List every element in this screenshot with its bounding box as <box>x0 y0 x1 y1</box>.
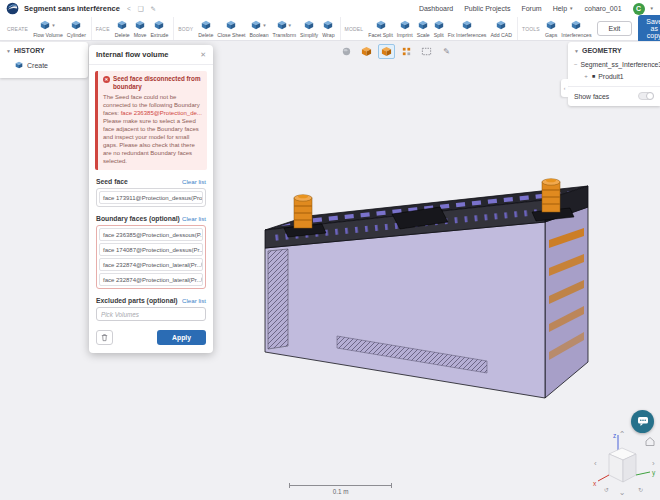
face-chip[interactable]: face 232874@Protection_lateral(Pr... ✕ <box>99 273 203 286</box>
remove-icon[interactable]: ✕ <box>201 261 203 268</box>
nav-help[interactable]: Help ▼ <box>553 5 574 12</box>
chevron-down-icon[interactable]: ▼ <box>6 48 11 54</box>
chevron-down-icon[interactable]: ▼ <box>574 48 579 54</box>
toolbar-button-face-move[interactable]: Move <box>132 20 149 38</box>
toolbar-button-close-sheet[interactable]: Close Sheet <box>215 20 247 38</box>
orientation-cube-widget[interactable]: ⌃ z y x ‹ › ⌄ ↺ ↻ <box>582 429 660 497</box>
edit-icon[interactable]: ✎ <box>151 5 156 13</box>
solid-body-icon: ■ <box>592 73 595 79</box>
toolbar-button-face-extrude[interactable]: Extrude <box>148 20 170 38</box>
expand-icon[interactable]: + <box>583 73 589 79</box>
rotate-right-icon[interactable]: › <box>652 459 655 468</box>
roll-cw-icon[interactable]: ↻ <box>638 487 643 493</box>
share-icon[interactable]: < <box>127 5 131 12</box>
error-face-link[interactable]: face 236385@Protection_de... <box>121 110 202 116</box>
toolbar-button-gaps[interactable]: Gaps <box>543 20 559 38</box>
rotate-up-icon[interactable]: ⌃ <box>619 430 626 439</box>
close-sheet-icon <box>226 20 236 30</box>
face-chip[interactable]: face 173911@Protection_dessus(Pro... ✕ <box>99 191 203 204</box>
box-select-button[interactable] <box>418 44 435 59</box>
cad-toolbar: CREATE ▼ Flow Volume Cylinder FACE Delet… <box>0 17 660 41</box>
boundary-faces-clear-link[interactable]: Clear list <box>182 215 206 222</box>
home-view-icon[interactable] <box>646 438 654 446</box>
toolbar-button-imprint[interactable]: Imprint <box>395 20 415 38</box>
toolbar-button-boolean[interactable]: ▼ Boolean <box>248 20 271 38</box>
face-chip[interactable]: face 174087@Protection_dessus(Pr... ✕ <box>99 243 203 256</box>
avatar[interactable]: C <box>633 3 645 15</box>
scale-icon <box>418 20 428 30</box>
toolbar-button-flow-volume[interactable]: ▼ Flow Volume <box>31 20 65 38</box>
internal-flow-volume-dialog: Internal flow volume ✕ ✕ Seed face disco… <box>89 45 213 353</box>
nav-public-projects[interactable]: Public Projects <box>464 5 510 12</box>
toolbar-button-add-cad[interactable]: Add CAD <box>488 20 514 38</box>
z-axis-label: z <box>613 432 616 439</box>
rotate-down-icon[interactable]: ⌄ <box>619 488 626 497</box>
add-cad-icon <box>496 20 506 30</box>
face-select-button[interactable] <box>378 44 395 59</box>
box-select-icon <box>421 46 432 57</box>
toolbar-button-cylinder[interactable]: Cylinder <box>65 20 88 38</box>
nav-dashboard[interactable]: Dashboard <box>419 5 453 12</box>
toolbar-button-simplify[interactable]: Simplify <box>298 20 320 38</box>
seed-face-clear-link[interactable]: Clear list <box>182 178 206 185</box>
simscale-logo-icon <box>6 2 19 15</box>
error-title: Seed face disconnected from boundary <box>113 75 202 91</box>
close-icon[interactable]: ✕ <box>200 51 206 59</box>
seed-face-list: face 173911@Protection_dessus(Pro... ✕ <box>96 188 206 207</box>
toolbar-button-scale[interactable]: Scale <box>415 20 432 38</box>
toolbar-button-facet-split[interactable]: Facet Split <box>366 20 395 38</box>
boundary-faces-list: face 236385@Protection_dessous(P... ✕ fa… <box>96 225 206 289</box>
comment-icon[interactable]: ❑ <box>138 5 144 13</box>
toolbar-button-face-delete[interactable]: Delete <box>113 20 132 38</box>
toolbar-button-transform[interactable]: ▼ Transform <box>271 20 298 38</box>
trash-icon <box>100 333 109 342</box>
error-message: ✕ Seed face disconnected from boundary T… <box>95 71 207 170</box>
toolbar-button-interferences[interactable]: Interferences <box>559 20 593 38</box>
simplify-icon <box>304 20 314 30</box>
battery-module-model[interactable] <box>222 140 602 410</box>
face-chip[interactable]: face 236385@Protection_dessous(P... ✕ <box>99 228 203 241</box>
save-as-copy-button[interactable]: Save as copy <box>638 15 660 43</box>
rotate-left-icon[interactable]: ‹ <box>594 459 597 468</box>
toolbar-button-body-delete[interactable]: Delete <box>196 20 215 38</box>
remove-icon[interactable]: ✕ <box>201 276 203 283</box>
delete-operation-button[interactable] <box>96 330 113 345</box>
3d-viewport[interactable]: ✎ <box>0 41 660 500</box>
face-move-icon <box>135 20 145 30</box>
selection-mode-toolbar: ✎ <box>338 44 455 59</box>
boundary-faces-label: Boundary faces (optional) <box>96 215 180 222</box>
chevron-down-icon: ▼ <box>262 23 266 28</box>
chevron-down-icon[interactable]: ▼ <box>650 6 654 11</box>
volume-select-button[interactable] <box>358 44 375 59</box>
toolbar-button-wrap[interactable]: Wrap <box>320 20 336 38</box>
boolean-icon <box>251 20 261 30</box>
facet-split-icon <box>376 20 386 30</box>
tree-item-root[interactable]: − Segment_ss_Interference3 <box>568 58 660 70</box>
excluded-parts-clear-link[interactable]: Clear list <box>182 297 206 304</box>
face-chip[interactable]: face 232874@Protection_lateral(Pr... ✕ <box>99 258 203 271</box>
collapse-icon[interactable]: − <box>574 61 578 67</box>
chevron-down-icon: ▼ <box>51 23 55 28</box>
geometry-panel: ‹ ▼ GEOMETRY − Segment_ss_Interference3 … <box>568 42 660 106</box>
transform-icon <box>277 20 287 30</box>
vertex-select-button[interactable] <box>398 44 415 59</box>
panel-collapse-handle[interactable]: ‹ <box>561 79 568 97</box>
apply-button[interactable]: Apply <box>157 330 206 345</box>
edit-select-button[interactable]: ✎ <box>438 44 455 59</box>
interferences-icon <box>571 20 581 30</box>
chat-icon <box>637 416 649 427</box>
exit-button[interactable]: Exit <box>597 21 633 36</box>
pick-volumes-input[interactable] <box>96 307 206 321</box>
excluded-parts-label: Excluded parts (optional) <box>96 297 178 304</box>
roll-ccw-icon[interactable]: ↺ <box>604 487 609 493</box>
history-item-create[interactable]: Create <box>0 58 88 71</box>
nav-forum[interactable]: Forum <box>521 5 541 12</box>
point-select-button[interactable] <box>338 44 355 59</box>
seed-face-label: Seed face <box>96 178 128 185</box>
tree-item-produit1[interactable]: + ■ Produit1 <box>568 70 660 82</box>
error-icon: ✕ <box>103 76 110 83</box>
user-menu[interactable]: coharo_001 <box>585 5 622 12</box>
show-faces-toggle[interactable] <box>638 92 654 100</box>
toolbar-button-fix-interferences[interactable]: Fix Interferences <box>446 20 489 38</box>
toolbar-button-split[interactable]: Split <box>432 20 446 38</box>
